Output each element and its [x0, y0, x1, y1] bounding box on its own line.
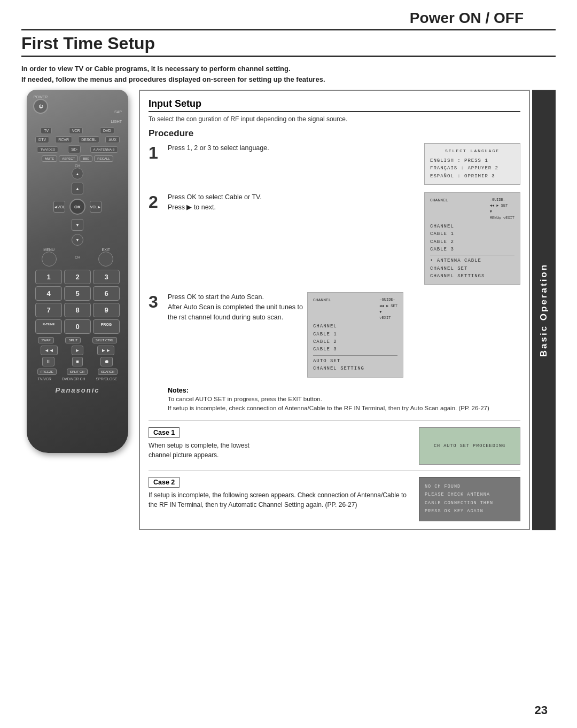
recall-button[interactable]: RECALL [94, 155, 113, 162]
case-1-screen-text: CH AUTO SET PROCEEDING [434, 442, 505, 450]
power-button[interactable]: ⏻ [33, 99, 48, 114]
antenna-b-button[interactable]: A·ANTENNA·B [90, 146, 118, 153]
nav-down-button[interactable]: ▼ [72, 219, 83, 231]
btn-prog[interactable]: PROG [93, 319, 120, 334]
step-3-number: 3 [149, 293, 163, 310]
aspect-button[interactable]: ASPECT [59, 155, 78, 162]
btn-6[interactable]: 6 [93, 286, 120, 301]
tvvideo-row: TV/VIDEO S▷ A·ANTENNA·B [33, 145, 122, 153]
swap-button[interactable]: SWAP [38, 337, 53, 343]
freeze-row: FREEZE SPLIT CH SEARCH [33, 369, 122, 375]
case-divider [149, 420, 520, 421]
instructions-panel: Input Setup To select the con guration o… [139, 90, 530, 530]
nav-cluster: ▲ ◄VOL OK VOL► ▼ [53, 183, 102, 231]
s-button[interactable]: S▷ [68, 145, 80, 153]
step-1-screen-l2: FRANÇAIS : APPUYER 2 [430, 165, 514, 172]
menu-exit-row: MENU CH EXIT [33, 248, 122, 267]
step-2-content: Press OK to select Cable or TV. Press ▶ … [168, 192, 520, 285]
step-3-text: Press OK to start the Auto Scan. After A… [168, 292, 303, 322]
btn-9[interactable]: 9 [93, 303, 120, 317]
rcvr-button[interactable]: RCVR [55, 136, 72, 143]
step-2-text: Press OK to select Cable or TV. Press ▶ … [168, 192, 420, 213]
bbe-button[interactable]: BBE [80, 155, 92, 162]
remote-control: POWER ⏻ SAP LIGHT TV VCR DVD DTV RCVR [21, 90, 139, 530]
page-header: Power ON / OFF [21, 0, 556, 30]
mute-button[interactable]: MUTE [42, 155, 57, 162]
rec-button[interactable]: ⏺ [100, 357, 113, 366]
intro-line1: In order to view TV or Cable programs, i… [21, 64, 556, 74]
descbl-button[interactable]: DESCBL [78, 136, 99, 143]
stop-button[interactable]: ■ [72, 357, 82, 366]
step-2-row: 2 Press OK to select Cable or TV. Press … [149, 192, 520, 285]
section-title: First Time Setup [21, 34, 155, 53]
section-title-bar: First Time Setup [21, 34, 556, 57]
sap-label: SAP [114, 110, 122, 114]
nav-up-button[interactable]: ▲ [72, 183, 83, 194]
step-1-screen: SELECT LANGUAGE ENGLISH : PRESS 1 FRANÇA… [424, 143, 520, 185]
btn-4[interactable]: 4 [35, 286, 62, 301]
step-1-number: 1 [149, 144, 163, 161]
btn-8[interactable]: 8 [64, 303, 91, 317]
step-1-screen-title: SELECT LANGUAGE [430, 148, 514, 155]
aux-button[interactable]: AUX [105, 136, 119, 143]
ff-button[interactable]: ►► [97, 346, 114, 355]
header-title: Power ON / OFF [410, 10, 524, 27]
panasonic-logo: Panasonic [33, 386, 122, 394]
freeze-button[interactable]: FREEZE [37, 369, 57, 375]
search-button[interactable]: SEARCH [98, 369, 118, 375]
step-2-screen: CHANNEL –GUIDE–◄◄ ► SET▼MENU◎ ▽EXIT CHAN… [424, 192, 520, 285]
step-2-number: 2 [149, 193, 163, 210]
play-button[interactable]: ► [72, 346, 84, 355]
step-3-content: Press OK to start the Auto Scan. After A… [168, 292, 403, 377]
dvd-button[interactable]: DVD [100, 127, 114, 134]
step-1-content: Press 1, 2 or 3 to select language. SELE… [168, 143, 520, 185]
split-ch-button[interactable]: SPLIT CH [67, 369, 88, 375]
dtv-button[interactable]: DTV [35, 136, 49, 143]
btn-7[interactable]: 7 [35, 303, 62, 317]
ch-down-button[interactable]: ▼ [72, 234, 83, 246]
case-1-text: When setup is complete, the lowest chann… [149, 441, 414, 460]
ch-up-button[interactable]: ▲ [72, 168, 83, 179]
nav-left-button[interactable]: ◄VOL [53, 201, 65, 213]
btn-5[interactable]: 5 [64, 286, 91, 301]
vcr-button[interactable]: VCR [69, 127, 83, 134]
case-2-section: Case 2 If setup is incomplete, the follo… [149, 477, 520, 521]
rew-button[interactable]: ◄◄ [41, 346, 58, 355]
nav-right-button[interactable]: VOL► [90, 201, 102, 213]
case-2-line2: PLEASE CHECK ANTENNA [425, 491, 514, 499]
input-setup-desc: To select the con guration of RF input d… [149, 115, 520, 123]
tv-button[interactable]: TV [41, 127, 52, 134]
split-ctrl-button[interactable]: SPLIT CTRL [92, 337, 117, 343]
source-buttons-row2: DTV RCVR DESCBL AUX [33, 136, 122, 143]
pause-button[interactable]: ⏸ [42, 357, 54, 366]
btn-1[interactable]: 1 [35, 270, 62, 284]
exit-button[interactable] [98, 252, 113, 267]
ok-button[interactable]: OK [69, 199, 85, 215]
case-1-content: Case 1 When setup is complete, the lowes… [149, 427, 414, 460]
intro-text: In order to view TV or Cable programs, i… [21, 64, 556, 84]
step-3-row: 3 Press OK to start the Auto Scan. After… [149, 292, 520, 413]
bottom-labels-row: TV/VCR DVD/VCR CH SPR/CLOSE [33, 377, 122, 381]
btn-0[interactable]: 0 [64, 319, 91, 334]
btn-2[interactable]: 2 [64, 270, 91, 284]
case-2-line4: PRESS OK KEY AGAIN [425, 507, 514, 515]
basic-operation-sidebar: Basic Operation [532, 90, 556, 530]
case2-divider [149, 470, 520, 471]
case-2-content: Case 2 If setup is incomplete, the follo… [149, 477, 414, 510]
step-1-screen-l3: ESPAÑOL : OPRIMIR 3 [430, 173, 514, 180]
case-2-line3: CABLE CONNECTION THEN [425, 499, 514, 507]
menu-button[interactable] [42, 252, 57, 267]
case-2-screen: NO CH FOUND PLEASE CHECK ANTENNA CABLE C… [419, 477, 520, 521]
procedure-title: Procedure [149, 128, 520, 139]
case-1-screen: CH AUTO SET PROCEEDING [419, 427, 520, 465]
case-1-label: Case 1 [149, 427, 180, 438]
btn-rtune[interactable]: R-TUNE [35, 319, 62, 334]
step-3-notes: Notes: To cancel AUTO SET in progress, p… [168, 385, 489, 413]
transport-row2: ⏸ ■ ⏺ [34, 357, 121, 366]
tvvideo-button[interactable]: TV/VIDEO [37, 146, 58, 153]
split-button[interactable]: SPLIT [65, 337, 81, 343]
case-2-line1: NO CH FOUND [425, 483, 514, 491]
swap-split-row: SWAP SPLIT SPLIT CTRL [33, 337, 122, 343]
numpad: 1 2 3 4 5 6 7 8 9 R-TUNE 0 PROG [35, 270, 120, 334]
btn-3[interactable]: 3 [93, 270, 120, 284]
